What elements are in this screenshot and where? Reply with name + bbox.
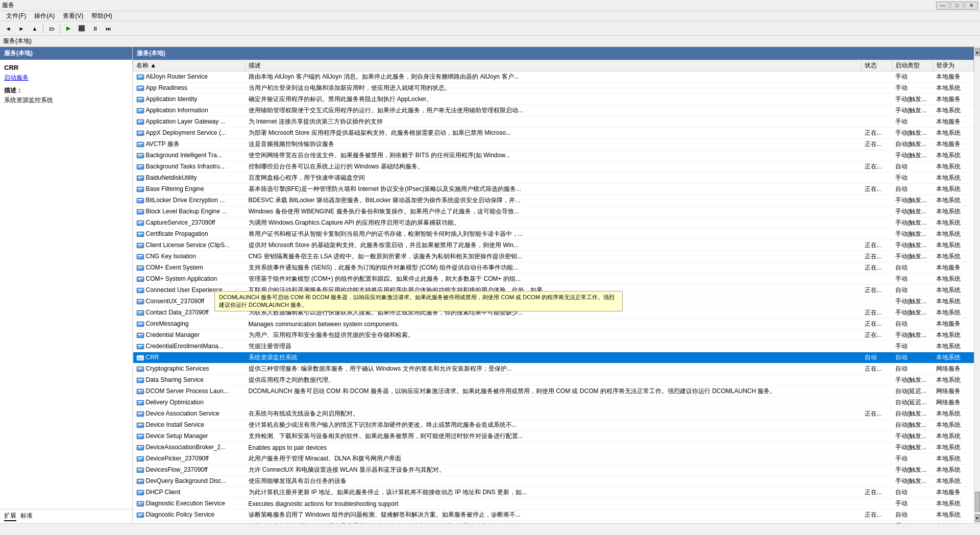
table-row[interactable]: Delivery Optimization自动(延迟...网络服务 — [133, 397, 974, 408]
table-row[interactable]: Credential Manager为用户、应用程序和安全服务包提供凭据的安全存… — [133, 330, 974, 341]
service-startup: 手动(触发... — [892, 206, 933, 217]
close-button[interactable]: ✕ — [965, 2, 978, 10]
toolbar-back[interactable]: ◄ — [2, 23, 14, 34]
table-row[interactable]: Diagnostic Execution ServiceExecutes dia… — [133, 498, 974, 509]
service-status — [862, 453, 892, 465]
toolbar-restart[interactable]: ⏭ — [102, 23, 114, 34]
table-row[interactable]: Base Filtering Engine基本筛选引擎(BFE)是一种管理防火墙… — [133, 184, 974, 195]
table-row[interactable]: Data Sharing Service提供应用程序之间的数据代理。手动(触发.… — [133, 375, 974, 386]
table-row[interactable]: Block Level Backup Engine ...Windows 备份使… — [133, 206, 974, 217]
service-icon — [136, 410, 146, 417]
menu-view[interactable]: 查看(V) — [59, 11, 87, 21]
service-name-cell: AVCTP 服务 — [133, 139, 246, 150]
service-icon — [136, 129, 146, 136]
toolbar-play[interactable]: ▶ — [62, 23, 75, 34]
service-icon — [136, 163, 146, 170]
table-row[interactable]: DevQuery Background Disc...使应用能够发现具有后台任务… — [133, 476, 974, 487]
svg-rect-4 — [138, 87, 143, 88]
service-startup: 手动(触发... — [892, 240, 933, 251]
table-row[interactable]: Certificate Propagation将用户证书和根证书从智能卡复制到当… — [133, 229, 974, 240]
maximize-button[interactable]: □ — [950, 2, 964, 10]
service-name: DCOM Server Process Laun... — [146, 387, 229, 395]
table-row[interactable]: CredentialEnrollmentMana...凭据注册管理器手动本地系统 — [133, 341, 974, 352]
table-row[interactable]: Application Layer Gateway ...为 Internet … — [133, 116, 974, 128]
table-row[interactable]: Background Tasks Infrastru...控制哪些后台任务可以在… — [133, 161, 974, 173]
col-startup[interactable]: 启动类型 — [892, 60, 933, 71]
service-name-cell: AppX Deployment Service (... — [133, 128, 246, 139]
service-login: 本地系统 — [933, 128, 974, 139]
service-login: 本地服务 — [933, 94, 974, 105]
service-status — [862, 498, 892, 509]
service-status: 正在... — [862, 363, 892, 375]
service-desc — [246, 397, 862, 408]
svg-rect-59 — [138, 290, 141, 291]
service-startup: 手动 — [892, 83, 933, 94]
service-name-cell: Device Association Service — [133, 408, 246, 420]
table-row[interactable]: DCOM Server Process Laun...DCOMLAUNCH 服务… — [133, 386, 974, 397]
table-row[interactable]: App Readiness当用户初次登录到这台电脑和添加新应用时，使应用进入就绪… — [133, 83, 974, 94]
table-row[interactable]: Diagnostic Service Host诊断服务主机被诊断策略服务用来承载… — [133, 521, 974, 524]
minimize-button[interactable]: — — [936, 2, 949, 10]
table-row[interactable]: DevicesFlow_237090ff允许 ConnectUX 和电脑设置连接… — [133, 465, 974, 476]
service-name: DevQuery Background Disc... — [146, 477, 227, 484]
service-desc: 使空闲网络带宽在后台传送文件。如果服务被禁用，则依赖于 BITS 的任何应用程序… — [246, 150, 862, 161]
toolbar-up[interactable]: ▲ — [29, 23, 41, 34]
start-service-link[interactable]: 启动服务 — [4, 74, 128, 82]
svg-rect-112 — [138, 491, 143, 492]
table-row[interactable]: Background Intelligent Tra...使空闲网络带宽在后台传… — [133, 150, 974, 161]
table-row[interactable]: CoreMessagingManages communication betwe… — [133, 319, 974, 330]
service-startup: 自动 — [892, 319, 933, 330]
service-startup: 手动(触发... — [892, 150, 933, 161]
service-desc: 使计算机在极少或没有用户输入的情况下识别并添加硬件的更改。终止或禁用此服务会造成… — [246, 420, 862, 431]
scroll-down[interactable]: ▼ — [975, 514, 980, 522]
table-row[interactable]: BaiduNetdiskUtility百度网盘核心程序，用于快速申请磁盘空间手动… — [133, 173, 974, 184]
svg-rect-67 — [138, 323, 143, 324]
toolbar-stop[interactable]: ⬛ — [76, 23, 88, 34]
table-row[interactable]: Device Association Service在系统与有线或无线设备之间启… — [133, 408, 974, 420]
table-row[interactable]: Device Setup Manager支持检测、下载和安装与设备相关的软件。如… — [133, 431, 974, 442]
scrollbar[interactable]: ▲ ▼ — [974, 47, 980, 523]
scroll-up[interactable]: ▲ — [975, 48, 980, 56]
table-row[interactable]: Cryptographic Services提供三种管理服务: 编录数据库服务，… — [133, 363, 974, 375]
toolbar-pause[interactable]: ⏸ — [89, 23, 101, 34]
menu-file[interactable]: 文件(F) — [2, 11, 30, 21]
service-name: DHCP Client — [146, 489, 181, 496]
window-controls: — □ ✕ — [936, 2, 978, 10]
table-row[interactable]: AppX Deployment Service (...为部署 Microsof… — [133, 128, 974, 139]
tab-standard[interactable]: 标准 — [20, 512, 33, 521]
toolbar-sep-2 — [60, 24, 60, 33]
menu-help[interactable]: 帮助(H) — [87, 11, 116, 21]
service-status — [862, 420, 892, 431]
table-row[interactable]: AllJoyn Router Service路由本地 AllJoyn 客户端的 … — [133, 71, 974, 83]
col-status[interactable]: 状态 — [862, 60, 892, 71]
table-row[interactable]: Diagnostic Policy Service诊断策略服务启用了 Windo… — [133, 509, 974, 521]
col-desc[interactable]: 描述 — [246, 60, 862, 71]
table-row[interactable]: Application Information使用辅助管理权限便于交互式应用程序… — [133, 105, 974, 116]
toolbar-forward[interactable]: ► — [15, 23, 28, 34]
table-row[interactable]: AVCTP 服务这是音频视频控制传输协议服务正在...自动(触发...本地服务 — [133, 139, 974, 150]
table-row[interactable]: DevicePicker_237090ff此用户服务用于管理 Miracast、… — [133, 453, 974, 465]
col-name[interactable]: 名称 ▲ — [133, 60, 246, 71]
table-row[interactable]: COM+ Event System支持系统事件通知服务 (SENS)，此服务为订… — [133, 262, 974, 274]
service-status: 正在... — [862, 251, 892, 262]
service-name: AppX Deployment Service (... — [146, 129, 226, 136]
table-row[interactable]: BitLocker Drive Encryption ...BDESVC 承载 … — [133, 195, 974, 206]
service-status: 正在... — [862, 307, 892, 319]
table-row[interactable]: Application Identity确定并验证应用程序的标识。禁用此服务将阻… — [133, 94, 974, 105]
table-row[interactable]: COM+ System Application管理基于组件对象模型 (COM+)… — [133, 274, 974, 285]
service-name: CredentialEnrollmentMana... — [146, 343, 224, 350]
menu-action[interactable]: 操作(A) — [30, 11, 59, 21]
right-panel: 服务(本地) 名称 ▲ 描述 状态 启动类型 登录为 AllJoyn Route… — [133, 47, 974, 523]
tab-expand[interactable]: 扩展 — [4, 512, 16, 521]
table-row[interactable]: CaptureService_237090ff为调用 Windows.Graph… — [133, 217, 974, 229]
svg-rect-56 — [138, 279, 141, 280]
table-row[interactable]: CNG Key IsolationCNG 密钥隔离服务宿主在 LSA 进程中。如… — [133, 251, 974, 262]
scroll-thumb[interactable] — [975, 492, 980, 512]
table-row[interactable]: Device Install Service使计算机在极少或没有用户输入的情况下… — [133, 420, 974, 431]
col-login[interactable]: 登录为 — [933, 60, 974, 71]
table-row[interactable]: DHCP Client为此计算机注册并更新 IP 地址。如果此服务停止，该计算机… — [133, 487, 974, 498]
table-row[interactable]: Client License Service (ClipS...提供对 Micr… — [133, 240, 974, 251]
table-row[interactable]: CRR系统资源监控系统自动自动本地系统 — [133, 352, 974, 363]
table-row[interactable]: DeviceAssociationBroker_2...Enables apps… — [133, 442, 974, 453]
toolbar-folder[interactable]: 🗁 — [45, 23, 58, 34]
